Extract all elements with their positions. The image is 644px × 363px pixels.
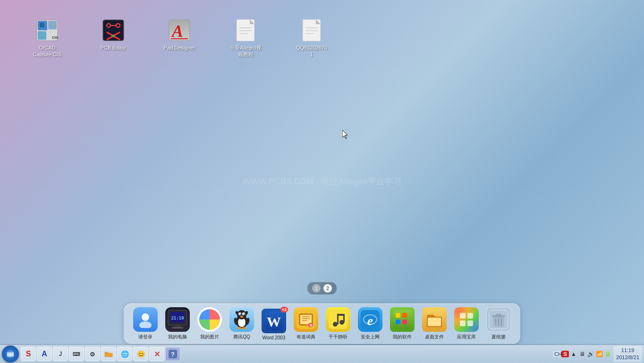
dock-icon-mysoft — [390, 307, 415, 332]
clock-time: 11:19 — [616, 347, 639, 354]
svg-text:?: ? — [171, 351, 175, 358]
svg-point-18 — [112, 35, 115, 37]
taskbar-btn-x[interactable]: ✕ — [149, 347, 164, 361]
taskbar: S A J ⌨ ⚙ 🌐 😊 ✕ ? CH — [0, 345, 644, 363]
taskbar-items: S A J ⌨ ⚙ 🌐 😊 ✕ ? — [21, 347, 553, 361]
taskbar-btn-s[interactable]: S — [21, 347, 36, 361]
taskbar-btn-j[interactable]: J — [53, 347, 68, 361]
file2-icon — [300, 19, 323, 42]
dock-item-appstore[interactable]: 应用宝库 — [452, 307, 481, 340]
desktop-icon-orcad[interactable]: CIS OrCAD Capture CIS — [28, 19, 66, 58]
svg-rect-82 — [467, 313, 473, 319]
dock-item-contacts[interactable]: 请登录 — [131, 307, 160, 340]
dock-item-ie[interactable]: e 安全上网 — [356, 307, 384, 340]
dock-item-qq[interactable]: 腾讯QQ — [228, 307, 256, 340]
dock-icon-word: W +2 — [262, 309, 286, 333]
svg-rect-57 — [300, 315, 312, 324]
tray-icon-4[interactable]: 📶 — [595, 351, 603, 357]
dock-item-trash[interactable]: 废纸篓 — [484, 307, 513, 340]
svg-rect-12 — [103, 20, 124, 41]
dock-item-dict[interactable]: 有 有道词典 — [292, 307, 320, 340]
svg-rect-81 — [460, 313, 466, 319]
svg-point-41 — [237, 310, 246, 320]
word-badge: +2 — [280, 307, 288, 312]
desktop-icon-pad[interactable]: A Pad Designer — [161, 19, 198, 51]
svg-text:e: e — [367, 313, 373, 328]
taskbar-btn-settings[interactable]: ⚙ — [85, 347, 100, 361]
dock-item-music[interactable]: 千千静听 — [324, 307, 352, 340]
svg-rect-84 — [467, 320, 473, 326]
page-dot-2[interactable]: 2 — [323, 284, 332, 293]
pad-label: Pad Designer — [164, 44, 195, 51]
file1-icon — [234, 19, 257, 42]
start-button[interactable] — [2, 346, 19, 363]
svg-point-50 — [242, 327, 246, 329]
dock-label-trash: 废纸篓 — [491, 334, 506, 340]
svg-point-64 — [333, 322, 338, 327]
dock-icon-ie: e — [358, 307, 382, 332]
dock: 请登录 21:19 我的电脑 — [0, 303, 644, 344]
tray-icon-2[interactable]: 🖥 — [578, 351, 586, 357]
svg-rect-72 — [393, 310, 412, 329]
page-dot-1[interactable]: 1 — [312, 284, 321, 293]
dock-label-photos: 我的图片 — [200, 334, 219, 340]
taskbar-btn-folder[interactable] — [101, 347, 116, 361]
dock-label-qq: 腾讯QQ — [233, 334, 250, 340]
pcb-label: PCB Editor — [101, 44, 126, 51]
dock-item-mysoft[interactable]: 我的软件 — [388, 307, 416, 340]
svg-rect-37 — [172, 327, 183, 328]
dock-label-appstore: 应用宝库 — [457, 334, 476, 340]
svg-text:A: A — [171, 22, 183, 41]
dock-inner: 请登录 21:19 我的电脑 — [124, 303, 520, 344]
file2-label: QQ93202670 1 — [296, 44, 327, 58]
dock-icon-mypc: 21:19 — [165, 307, 190, 332]
desktop: WWW.PCB3.COM - 专注Allegro平台学习 CIS — [0, 0, 644, 363]
svg-text:21:19: 21:19 — [171, 316, 184, 320]
desktop-icon-file1[interactable]: 小哥Allegro视 频教程 — [227, 19, 264, 58]
dock-icon-appstore — [454, 307, 479, 332]
dock-icon-contacts — [133, 307, 158, 332]
orcad-icon: CIS — [36, 19, 59, 42]
svg-rect-74 — [402, 313, 407, 318]
dock-icon-music — [326, 307, 350, 332]
svg-text:CIS: CIS — [52, 35, 59, 40]
tray-pinyin-icon[interactable]: S — [561, 351, 569, 357]
svg-point-32 — [142, 313, 149, 321]
tray-lang-icon[interactable]: CH — [553, 351, 560, 357]
desktop-icon-pcb[interactable]: PCB Editor — [94, 19, 132, 51]
svg-point-45 — [244, 314, 245, 315]
svg-rect-3 — [38, 31, 46, 40]
dock-icon-photos — [197, 307, 222, 332]
svg-text:有: 有 — [309, 324, 313, 327]
tray-icon-5[interactable]: 🔋 — [604, 351, 611, 357]
taskbar-btn-face[interactable]: 😊 — [133, 347, 148, 361]
svg-rect-93 — [7, 353, 14, 354]
tray-icon-1[interactable]: ▲ — [570, 351, 577, 357]
dock-item-mypc[interactable]: 21:19 我的电脑 — [163, 307, 192, 340]
svg-text:W: W — [267, 314, 281, 329]
svg-point-33 — [139, 321, 152, 328]
clock-display[interactable]: 11:19 2012/8/21 — [613, 346, 642, 363]
desktop-icon-file2[interactable]: QQ93202670 1 — [293, 19, 330, 58]
svg-rect-79 — [428, 318, 441, 326]
pcb-icon — [102, 19, 125, 42]
svg-rect-68 — [337, 314, 345, 316]
svg-rect-95 — [7, 355, 14, 356]
taskbar-btn-globe[interactable]: 🌐 — [117, 347, 132, 361]
orcad-label: OrCAD Capture CIS — [33, 44, 62, 58]
dock-item-photos[interactable]: 我的图片 — [195, 307, 224, 340]
dock-item-word[interactable]: W +2 Word 2003 — [260, 309, 288, 340]
taskbar-btn-a[interactable]: A — [37, 347, 52, 361]
taskbar-btn-keyboard[interactable]: ⌨ — [69, 347, 84, 361]
pad-icon: A — [168, 19, 191, 42]
dock-icon-trash — [486, 307, 511, 332]
tray-icon-3[interactable]: 🔊 — [587, 351, 594, 357]
svg-rect-2 — [48, 21, 57, 29]
svg-rect-75 — [396, 320, 400, 324]
cursor — [342, 130, 348, 138]
clock-date: 2012/8/21 — [616, 354, 639, 361]
svg-rect-5 — [40, 23, 44, 27]
taskbar-btn-question[interactable]: ? — [165, 347, 180, 361]
system-tray: CH S ▲ 🖥 🔊 📶 🔋 — [553, 351, 611, 357]
dock-item-desktop-files[interactable]: 桌面文件 — [420, 307, 449, 340]
